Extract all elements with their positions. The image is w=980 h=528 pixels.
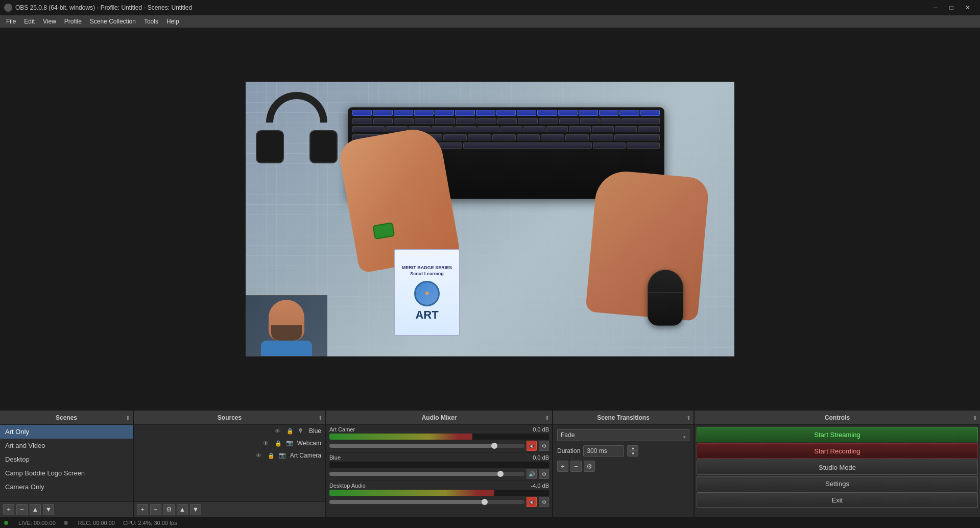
person-head	[269, 300, 304, 341]
status-cpu-label: CPU: 2.4%, 30.00 fps	[123, 520, 177, 526]
audio-meter-bar-desktop	[329, 490, 494, 496]
audio-fader-desktop[interactable]	[329, 500, 524, 504]
source-label-blue: Blue	[309, 427, 321, 435]
duration-up-btn[interactable]: ▲	[627, 445, 638, 451]
controls-collapse-btn[interactable]: ⬆	[973, 415, 977, 420]
source-eye-webcam[interactable]: 👁	[263, 440, 269, 446]
transitions-collapse-btn[interactable]: ⬆	[686, 415, 690, 420]
duration-input[interactable]	[583, 445, 624, 457]
transitions-panel-header: Scene Transitions ⬆	[553, 411, 694, 425]
pip-person	[251, 300, 322, 356]
art-book-prop: MERIT BADGE SERIESScout Learning 🎨 ART	[394, 249, 460, 336]
audio-channel-desktop: Desktop Audio -4.0 dB 🔇 ⚙	[326, 481, 552, 509]
source-lock-artcam[interactable]: 🔒	[268, 452, 275, 459]
menu-file[interactable]: File	[2, 16, 20, 27]
audio-collapse-btn[interactable]: ⬆	[545, 415, 549, 420]
audio-meter-artcam	[329, 434, 549, 440]
statusbar: LIVE: 00:00:00 REC: 00:00:00 CPU: 2.4%, …	[0, 517, 980, 528]
window-controls: ─ □ ✕	[927, 2, 976, 13]
source-remove-btn[interactable]: −	[150, 504, 161, 515]
source-type-icon-artcam: 📷	[279, 452, 286, 459]
pip-webcam	[246, 295, 327, 356]
watch-prop	[372, 222, 395, 239]
menu-view[interactable]: View	[39, 16, 60, 27]
controls-panel-header: Controls ⬆	[695, 411, 980, 425]
menu-tools[interactable]: Tools	[140, 16, 162, 27]
studio-mode-button[interactable]: Studio Mode	[697, 460, 978, 475]
transition-remove-btn[interactable]: −	[570, 461, 582, 472]
controls-body: Start Streaming Start Recording Studio M…	[695, 425, 980, 517]
source-eye-blue[interactable]: 👁	[275, 428, 280, 434]
scenes-collapse-btn[interactable]: ⬆	[126, 415, 130, 420]
menu-scene-collection[interactable]: Scene Collection	[86, 16, 140, 27]
audio-ch-desktop-name: Desktop Audio	[329, 483, 366, 489]
minimize-button[interactable]: ─	[927, 2, 943, 13]
settings-button[interactable]: Settings	[697, 476, 978, 491]
source-settings-btn[interactable]: ⚙	[163, 504, 175, 515]
window-title: OBS 25.0.8 (64-bit, windows) - Profile: …	[15, 4, 927, 11]
sources-panel: Sources ⬆ 👁 🔒 🎙 Blue 👁 🔒 📷 Webcam 👁	[134, 411, 326, 517]
source-lock-webcam[interactable]: 🔒	[275, 440, 282, 447]
preview-canvas: MERIT BADGE SERIESScout Learning 🎨 ART	[246, 82, 734, 356]
sources-collapse-btn[interactable]: ⬆	[318, 415, 322, 420]
transition-settings-btn[interactable]: ⚙	[584, 461, 595, 472]
start-streaming-button[interactable]: Start Streaming	[697, 427, 978, 442]
audio-fader-artcam[interactable]	[329, 444, 524, 448]
scene-item-camera[interactable]: Camera Only	[0, 480, 133, 494]
transition-type-container: Fade	[557, 429, 689, 445]
audio-settings-blue[interactable]: ⚙	[539, 469, 549, 479]
controls-panel: Controls ⬆ Start Streaming Start Recordi…	[695, 411, 980, 517]
scene-down-btn[interactable]: ▼	[43, 504, 54, 515]
scenes-list: Art Only Art and Video Desktop Camp Bodd…	[0, 425, 133, 501]
transitions-panel-title: Scene Transitions	[597, 414, 650, 421]
audio-controls-artcam: 🔇 ⚙	[329, 441, 549, 451]
scenes-toolbar: + − ▲ ▼	[0, 501, 133, 517]
audio-controls-desktop: 🔇 ⚙	[329, 497, 549, 507]
source-eye-artcam[interactable]: 👁	[256, 452, 261, 459]
start-recording-button[interactable]: Start Recording	[697, 443, 978, 459]
duration-down-btn[interactable]: ▼	[627, 451, 638, 457]
app-icon	[4, 4, 12, 12]
menu-help[interactable]: Help	[162, 16, 183, 27]
scene-item-art-video[interactable]: Art and Video	[0, 439, 133, 452]
status-live-dot	[4, 521, 8, 525]
audio-meter-bar-artcam	[329, 434, 472, 440]
sources-toolbar: + − ⚙ ▲ ▼	[134, 501, 325, 517]
transition-add-btn[interactable]: +	[557, 461, 568, 472]
source-lock-blue[interactable]: 🔒	[286, 428, 294, 435]
duration-label: Duration	[557, 447, 580, 454]
audio-mute-desktop[interactable]: 🔇	[527, 497, 537, 507]
transition-type-select[interactable]: Fade	[557, 429, 689, 441]
menu-edit[interactable]: Edit	[20, 16, 39, 27]
scene-add-btn[interactable]: +	[3, 504, 14, 515]
source-item-artcam[interactable]: 👁 🔒 📷 Art Camera	[134, 449, 325, 462]
exit-button[interactable]: Exit	[697, 492, 978, 508]
scene-item-desktop[interactable]: Desktop	[0, 452, 133, 466]
source-up-btn[interactable]: ▲	[177, 504, 188, 515]
scene-remove-btn[interactable]: −	[16, 504, 28, 515]
menu-profile[interactable]: Profile	[60, 16, 86, 27]
scene-item-camp[interactable]: Camp Boddie Logo Screen	[0, 466, 133, 480]
sources-list: 👁 🔒 🎙 Blue 👁 🔒 📷 Webcam 👁 🔒 📷 Art Camera	[134, 425, 325, 501]
source-add-btn[interactable]: +	[137, 504, 148, 515]
audio-settings-artcam[interactable]: ⚙	[539, 441, 549, 451]
audio-channels: Art Camer 0.0 dB 🔇 ⚙	[326, 425, 552, 517]
source-item-webcam[interactable]: 👁 🔒 📷 Webcam	[134, 437, 325, 449]
maximize-button[interactable]: □	[943, 2, 960, 13]
audio-panel-title: Audio Mixer	[422, 414, 457, 421]
audio-meter-blue	[329, 462, 549, 468]
headphones-prop	[256, 92, 338, 174]
source-item-blue[interactable]: 👁 🔒 🎙 Blue	[134, 425, 325, 437]
titlebar: OBS 25.0.8 (64-bit, windows) - Profile: …	[0, 0, 980, 15]
main-content: MERIT BADGE SERIESScout Learning 🎨 ART	[0, 28, 980, 528]
scene-item-art-only[interactable]: Art Only	[0, 425, 133, 439]
audio-fader-blue[interactable]	[329, 472, 524, 476]
transitions-body: Fade Duration ▲ ▼ + − ⚙	[553, 425, 694, 517]
scene-up-btn[interactable]: ▲	[30, 504, 41, 515]
audio-settings-desktop[interactable]: ⚙	[539, 497, 549, 507]
audio-mute-artcam[interactable]: 🔇	[527, 441, 537, 451]
source-down-btn[interactable]: ▼	[190, 504, 201, 515]
audio-mixer-panel: Audio Mixer ⬆ Art Camer 0.0 dB	[326, 411, 553, 517]
close-button[interactable]: ✕	[960, 2, 976, 13]
audio-mute-blue[interactable]: 🔊	[527, 469, 537, 479]
